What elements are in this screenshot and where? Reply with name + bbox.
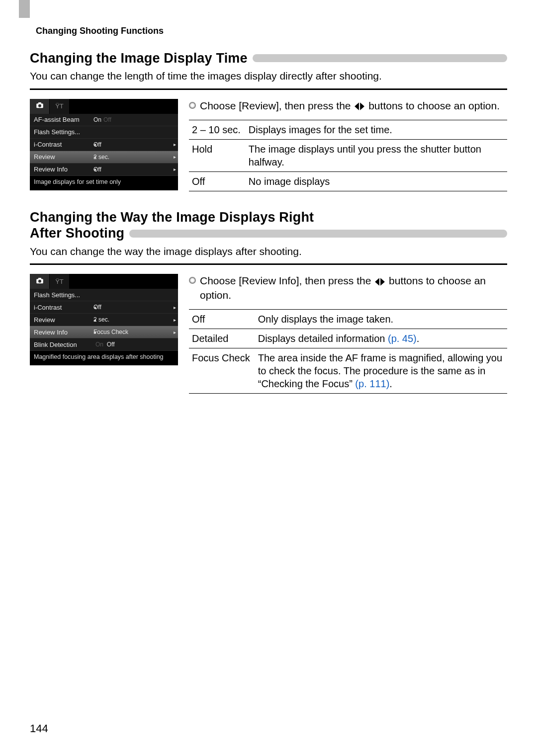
- section-divider: [30, 263, 507, 265]
- arrow-right-icon: ▸: [174, 305, 176, 310]
- section-heading-review-info: Changing the Way the Image Displays Righ…: [30, 209, 507, 242]
- bullet-icon: [189, 102, 196, 109]
- arrow-left-icon: ◂: [93, 167, 96, 172]
- lcd-value: Focus Check: [93, 329, 128, 336]
- option-name: 2 – 10 sec.: [189, 120, 246, 140]
- page-reference[interactable]: (p. 111): [355, 378, 389, 389]
- tools-icon: ŸT: [55, 102, 64, 110]
- lcd-tab-tools: ŸT: [50, 99, 70, 114]
- camera-icon: [35, 276, 44, 287]
- lcd-value: OnOff: [93, 116, 111, 123]
- arrow-left-icon: ◂: [93, 317, 96, 323]
- lcd-tab-camera: [30, 99, 50, 114]
- lcd-label: i-Contrast: [34, 141, 93, 148]
- lcd-item: ◂ Review 2 sec. ▸: [30, 314, 178, 326]
- lcd-label: i-Contrast: [34, 304, 93, 311]
- lcd-label: AF-assist Beam: [34, 116, 93, 123]
- arrow-left-icon: ◂: [93, 154, 96, 160]
- lcd-item: ◂ i-Contrast Off ▸: [30, 301, 178, 314]
- arrow-right-icon: ▸: [174, 330, 176, 335]
- arrow-right-icon: ▸: [174, 167, 176, 172]
- lcd-item: AF-assist Beam OnOff: [30, 114, 178, 126]
- option-desc: The image displays until you press the s…: [246, 140, 507, 172]
- lcd-item: Flash Settings...: [30, 126, 178, 139]
- left-right-buttons-icon: [374, 277, 385, 286]
- camera-lcd-review: ŸT AF-assist Beam OnOff Flash Settings..…: [30, 99, 178, 190]
- option-name: Detailed: [189, 329, 255, 348]
- camera-icon: [35, 101, 44, 111]
- option-name: Off: [189, 172, 246, 191]
- heading-accent-bar: [253, 54, 507, 62]
- heading-text: Changing the Image Display Time: [30, 50, 248, 66]
- lcd-label: Review Info: [34, 166, 93, 173]
- camera-lcd-review-info: ŸT Flash Settings... ◂ i-Contrast Off ▸ …: [30, 274, 178, 365]
- svg-point-6: [38, 279, 41, 282]
- svg-marker-4: [360, 102, 364, 110]
- lcd-item: ◂ Review Info Off ▸: [30, 164, 178, 176]
- table-row: Focus Check The area inside the AF frame…: [189, 348, 507, 393]
- lcd-item-selected: ◂ Review Info Focus Check ▸: [30, 326, 178, 338]
- lcd-label: Flash Settings...: [34, 291, 93, 299]
- lcd-label: Blink Detection: [34, 341, 93, 348]
- option-desc: Displays images for the set time.: [246, 120, 507, 140]
- lcd-tab-camera: [30, 274, 50, 289]
- intro-text: You can change the length of time the im…: [30, 69, 507, 83]
- lcd-item-selected: ◂ Review 2 sec. ▸: [30, 151, 178, 164]
- options-table-review: 2 – 10 sec. Displays images for the set …: [189, 120, 507, 191]
- svg-rect-2: [38, 102, 41, 104]
- option-desc: Only displays the image taken.: [255, 309, 507, 329]
- svg-rect-7: [38, 278, 41, 279]
- table-row: Off Only displays the image taken.: [189, 309, 507, 329]
- page-tab: [19, 0, 30, 18]
- option-name: Off: [189, 309, 255, 329]
- section-heading-display-time: Changing the Image Display Time: [30, 50, 507, 66]
- heading-text-line1: Changing the Way the Image Displays Righ…: [30, 209, 507, 225]
- option-desc: The area inside the AF frame is magnifie…: [255, 348, 507, 393]
- svg-point-1: [38, 104, 41, 107]
- options-table-review-info: Off Only displays the image taken. Detai…: [189, 309, 507, 394]
- arrow-right-icon: ▸: [174, 154, 176, 160]
- table-row: Hold The image displays until you press …: [189, 140, 507, 172]
- arrow-right-icon: ▸: [174, 317, 176, 323]
- table-row: Off No image displays: [189, 172, 507, 191]
- heading-text-line2: After Shooting: [30, 225, 124, 241]
- option-name: Focus Check: [189, 348, 255, 393]
- lcd-label: Review: [34, 316, 93, 324]
- page-reference[interactable]: (p. 45): [388, 333, 417, 344]
- bullet-icon: [189, 277, 196, 284]
- lcd-hint: Magnified focusing area displays after s…: [30, 351, 178, 363]
- svg-marker-8: [375, 278, 379, 285]
- instruction-step: Choose [Review], then press the buttons …: [189, 99, 507, 113]
- instruction-text: Choose [Review Info], then press the but…: [200, 274, 507, 302]
- arrow-left-icon: ◂: [93, 142, 96, 147]
- lcd-tab-tools: ŸT: [50, 274, 70, 289]
- lcd-item: Flash Settings...: [30, 289, 178, 301]
- lcd-item: Blink Detection On Off: [30, 338, 178, 351]
- option-name: Hold: [189, 140, 246, 172]
- running-header: Changing Shooting Functions: [36, 26, 507, 36]
- tools-icon: ŸT: [55, 278, 64, 285]
- lcd-label: Review Info: [34, 329, 93, 336]
- instruction-step: Choose [Review Info], then press the but…: [189, 274, 507, 302]
- lcd-label: Review: [34, 153, 93, 161]
- intro-text: You can change the way the image display…: [30, 245, 507, 258]
- option-desc: No image displays: [246, 172, 507, 191]
- table-row: 2 – 10 sec. Displays images for the set …: [189, 120, 507, 140]
- lcd-hint: Image displays for set time only: [30, 176, 178, 188]
- svg-marker-9: [380, 278, 385, 285]
- arrow-right-icon: ▸: [174, 142, 176, 147]
- left-right-buttons-icon: [354, 102, 365, 111]
- instruction-text: Choose [Review], then press the buttons …: [200, 99, 500, 113]
- lcd-label: Flash Settings...: [34, 128, 93, 136]
- lcd-item: ◂ i-Contrast Off ▸: [30, 139, 178, 151]
- table-row: Detailed Displays detailed information (…: [189, 329, 507, 348]
- heading-accent-bar: [129, 230, 507, 238]
- page-number: 144: [30, 722, 48, 735]
- section-divider: [30, 88, 507, 90]
- arrow-left-icon: ◂: [93, 305, 96, 310]
- lcd-value: On Off: [93, 341, 114, 348]
- option-desc: Displays detailed information (p. 45).: [255, 329, 507, 348]
- arrow-left-icon: ◂: [93, 330, 96, 335]
- svg-marker-3: [355, 102, 359, 110]
